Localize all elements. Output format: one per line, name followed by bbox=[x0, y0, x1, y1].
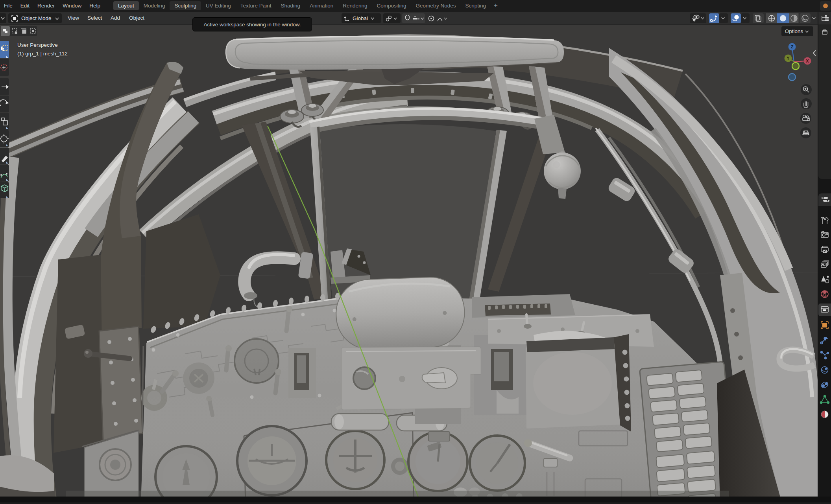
svg-text:Z: Z bbox=[791, 44, 794, 49]
svg-text:X: X bbox=[806, 59, 809, 63]
svg-text:Y: Y bbox=[787, 56, 790, 61]
